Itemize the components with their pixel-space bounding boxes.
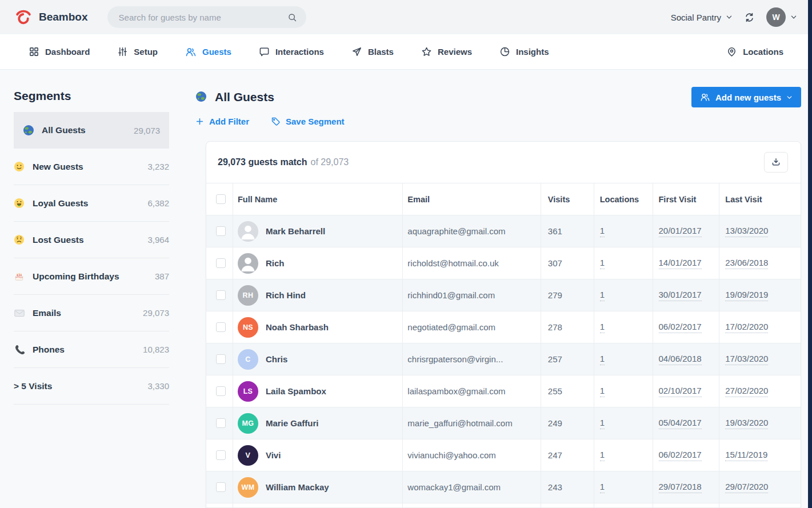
segment-label: > 5 Visits (14, 381, 52, 391)
guest-locations[interactable]: 1 (600, 482, 605, 493)
guest-last-visit[interactable]: 17/02/2020 (725, 322, 768, 333)
guest-name: Marie Gaffuri (266, 418, 319, 428)
table-row[interactable]: Richricholdst@hotmail.co.uk307114/01/201… (206, 247, 801, 279)
guest-last-visit[interactable]: 19/09/2019 (725, 290, 768, 301)
segment-item-all-guests[interactable]: All Guests29,073 (14, 112, 169, 149)
guest-first-visit[interactable]: 29/07/2018 (659, 482, 702, 493)
table-row[interactable]: LSLaila Spamboxlailaspambox@gmail.com255… (206, 375, 801, 407)
segment-item-new-guests[interactable]: New Guests3,232 (14, 149, 169, 185)
guest-locations[interactable]: 1 (600, 290, 605, 301)
sliders-icon (117, 46, 128, 57)
guest-email: lailaspambox@gmail.com (407, 386, 505, 396)
pin-icon (726, 46, 737, 57)
guest-email: vivianuchi@yahoo.com (407, 450, 495, 460)
guest-avatar-photo-icon (238, 253, 258, 274)
guest-visits: 361 (548, 226, 562, 236)
table-row[interactable]: MGMarie Gaffurimarie_gaffuri@hotmail.com… (206, 407, 801, 439)
row-checkbox[interactable] (216, 386, 226, 396)
nav-item-locations[interactable]: Locations (726, 46, 783, 57)
save-segment-button[interactable]: Save Segment (271, 117, 345, 126)
table-row[interactable]: NSNoah Sharbashnegotiated@gmail.com27810… (206, 311, 801, 343)
guest-last-visit[interactable]: 13/03/2020 (725, 226, 768, 237)
brand-logo[interactable]: Beambox (14, 7, 88, 27)
guest-first-visit[interactable]: 04/06/2018 (659, 354, 702, 365)
column-header-last-visit: Last Visit (719, 183, 801, 215)
row-checkbox[interactable] (216, 226, 226, 236)
download-button[interactable] (764, 152, 788, 173)
row-checkbox[interactable] (216, 322, 226, 332)
guests-table: Full NameEmailVisitsLocationsFirst Visit… (206, 183, 801, 508)
users-icon (700, 92, 710, 102)
guest-locations[interactable]: 1 (600, 354, 605, 365)
nav-item-insights[interactable]: Insights (499, 46, 549, 57)
segment-item-emails[interactable]: Emails29,073 (14, 295, 169, 331)
account-switcher[interactable]: Social Pantry (671, 13, 733, 22)
guest-locations[interactable]: 1 (600, 386, 605, 397)
guest-avatar-photo-icon (238, 221, 258, 242)
guest-first-visit[interactable]: 06/02/2017 (659, 322, 702, 333)
guest-locations[interactable]: 1 (600, 418, 605, 429)
row-checkbox[interactable] (216, 258, 226, 268)
guest-locations[interactable]: 1 (600, 258, 605, 269)
guest-avatar: MG (238, 413, 258, 434)
segment-item-loyal-guests[interactable]: Loyal Guests6,382 (14, 185, 169, 222)
column-header-visits: Visits (541, 183, 594, 215)
nav-item-dashboard[interactable]: Dashboard (29, 46, 90, 57)
guest-locations[interactable]: 1 (600, 322, 605, 333)
guest-name: Noah Sharbash (266, 322, 329, 332)
nav-item-interactions[interactable]: Interactions (259, 46, 324, 57)
row-checkbox[interactable] (216, 418, 226, 428)
guest-last-visit[interactable]: 29/07/2020 (725, 482, 768, 493)
table-row[interactable]: Mark Beharrellaquagraphite@gmail.com3611… (206, 215, 801, 247)
guest-visits: 279 (548, 290, 562, 300)
guest-first-visit[interactable]: 20/01/2017 (659, 226, 702, 237)
segment-item-lost-guests[interactable]: Lost Guests3,964 (14, 222, 169, 258)
guest-last-visit[interactable]: 23/06/2018 (725, 258, 768, 269)
table-row[interactable]: VVivivivianuchi@yahoo.com247106/02/20171… (206, 439, 801, 471)
guest-first-visit[interactable]: 02/10/2017 (659, 386, 702, 397)
table-row[interactable]: CChrischrisrgpaterson@virgin...257104/06… (206, 343, 801, 375)
segment-item-phones[interactable]: Phones10,823 (14, 331, 169, 368)
search-input[interactable] (119, 13, 287, 22)
nav-item-setup[interactable]: Setup (117, 46, 158, 57)
guest-first-visit[interactable]: 14/01/2017 (659, 258, 702, 269)
search-icon[interactable] (287, 13, 297, 22)
nav-item-label: Insights (516, 47, 549, 57)
guest-last-visit[interactable]: 15/11/2019 (725, 450, 767, 461)
nav-item-guests[interactable]: Guests (185, 46, 231, 58)
segment-item-upcoming-birthdays[interactable]: Upcoming Birthdays387 (14, 258, 169, 295)
guest-locations[interactable]: 1 (600, 226, 605, 237)
add-new-guests-button[interactable]: Add new guests (691, 87, 801, 107)
guest-first-visit[interactable]: 30/01/2017 (659, 290, 702, 301)
nav-item-blasts[interactable]: Blasts (351, 46, 394, 57)
avatar[interactable]: W (766, 7, 786, 27)
globe-icon (195, 91, 209, 103)
guest-avatar: NS (238, 317, 258, 338)
table-row[interactable]: WMWilliam Mackaywomackay1@gmail.com24312… (206, 471, 801, 503)
row-checkbox[interactable] (216, 482, 226, 492)
guest-name: Mark Beharrell (266, 226, 325, 236)
guest-avatar: WM (238, 477, 258, 498)
add-filter-button[interactable]: Add Filter (195, 117, 249, 126)
guest-last-visit[interactable]: 27/02/2020 (725, 386, 768, 397)
user-menu[interactable]: W (766, 7, 797, 27)
guest-locations[interactable]: 1 (600, 450, 605, 461)
row-checkbox[interactable] (216, 450, 226, 460)
guest-email: chrisrgpaterson@virgin... (407, 354, 503, 364)
refresh-icon[interactable] (744, 12, 755, 23)
nav-item-reviews[interactable]: Reviews (421, 46, 472, 57)
column-header-locations: Locations (594, 183, 653, 215)
segment-label: New Guests (33, 162, 83, 172)
chevron-down-icon (726, 14, 733, 21)
guest-last-visit[interactable]: 17/03/2020 (725, 354, 768, 365)
table-row[interactable]: RHRich Hindrichhind01@gmail.com279130/01… (206, 279, 801, 311)
guest-search[interactable] (107, 6, 306, 28)
row-checkbox[interactable] (216, 354, 226, 364)
worried-face-emoji (14, 234, 26, 246)
segment-item-5-visits[interactable]: > 5 Visits3,330 (14, 368, 169, 405)
guest-first-visit[interactable]: 05/04/2017 (659, 418, 702, 429)
select-all-checkbox[interactable] (216, 194, 226, 204)
row-checkbox[interactable] (216, 290, 226, 300)
guest-first-visit[interactable]: 06/02/2017 (659, 450, 702, 461)
guest-last-visit[interactable]: 19/03/2020 (725, 418, 768, 429)
